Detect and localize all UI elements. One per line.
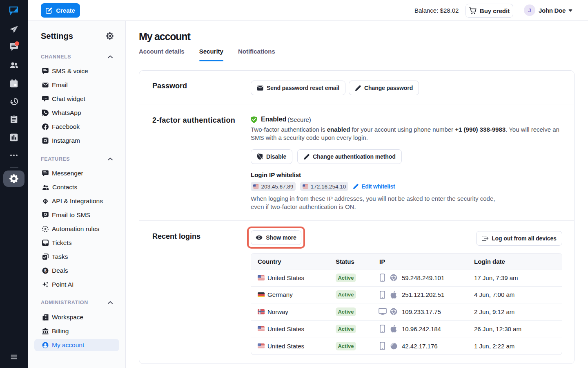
svg-text:$: $ — [44, 268, 47, 273]
